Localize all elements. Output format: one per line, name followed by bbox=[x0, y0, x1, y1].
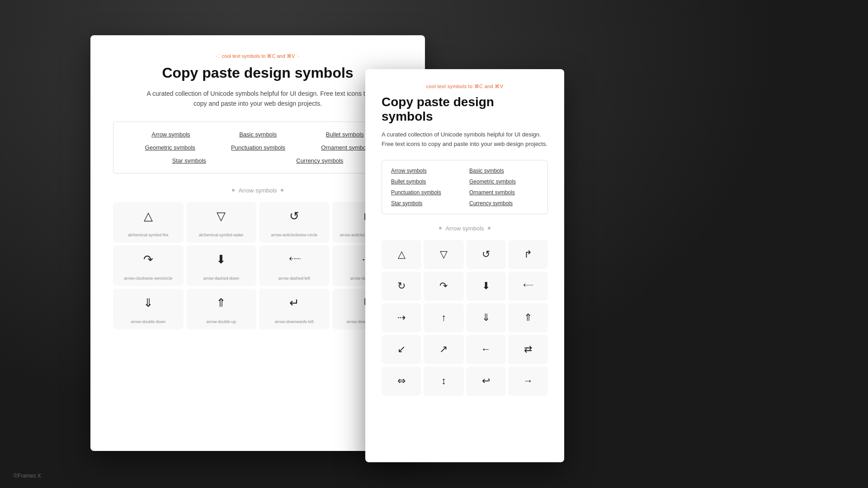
symbol-char-right: ↺ bbox=[482, 249, 490, 260]
symbol-char-right: △ bbox=[398, 249, 406, 260]
card-right: cool text symbols to ⌘C and ⌘V Copy past… bbox=[365, 69, 564, 462]
nav-link-right-arrow[interactable]: Arrow symbols bbox=[391, 168, 460, 174]
tagline-right: cool text symbols to ⌘C and ⌘V bbox=[382, 84, 548, 89]
symbol-cell[interactable]: ⬇ arrow-dashed-down bbox=[186, 245, 257, 286]
nav-link-right-geometric[interactable]: Geometric symbols bbox=[469, 178, 538, 185]
nav-link-right-star[interactable]: Star symbols bbox=[391, 200, 460, 206]
symbol-char-right: ⇓ bbox=[482, 312, 490, 324]
symbol-cell-right[interactable]: ↻ bbox=[382, 272, 421, 301]
section-header-left: Arrow symbols bbox=[113, 187, 402, 194]
symbol-char: ▽ bbox=[217, 209, 226, 223]
symbol-cell-right[interactable]: ↑ bbox=[424, 303, 463, 333]
symbol-name: arrow-dashed-left bbox=[278, 276, 310, 282]
nav-row-2: Geometric symbols Punctuation symbols Or… bbox=[127, 144, 388, 151]
symbol-grid-right: △ ▽ ↺ ↱ ↻ ↷ ⬇ ⬸ ⇢ ↑ ⇓ ⇑ ↙ ↗ ← ⇄ ⇔ ↕ ↩ → bbox=[382, 240, 548, 396]
symbol-cell[interactable]: △ alchemical-symbol-fire bbox=[113, 202, 184, 243]
symbol-cell[interactable]: ▽ alchemical-symbol-water bbox=[186, 202, 257, 243]
symbol-char-right: ⬸ bbox=[523, 280, 533, 292]
nav-link-right-basic[interactable]: Basic symbols bbox=[469, 168, 538, 174]
nav-grid-left: Arrow symbols Basic symbols Bullet symbo… bbox=[113, 122, 402, 174]
symbol-char-right: ← bbox=[481, 343, 491, 355]
section-header-right: Arrow symbols bbox=[382, 225, 548, 232]
symbol-cell-right[interactable]: ↱ bbox=[508, 240, 548, 269]
nav-link-geometric[interactable]: Geometric symbols bbox=[145, 144, 195, 151]
page-desc-right: A curated collection of Unicode symbols … bbox=[382, 130, 548, 149]
nav-grid-right: Arrow symbols Basic symbols Bullet symbo… bbox=[382, 160, 548, 214]
symbol-char: ⬇ bbox=[216, 253, 226, 267]
symbol-grid-left: △ alchemical-symbol-fire ▽ alchemical-sy… bbox=[113, 202, 402, 329]
nav-link-punctuation[interactable]: Punctuation symbols bbox=[231, 144, 285, 151]
symbol-char-right: ⇢ bbox=[397, 312, 406, 324]
symbol-char-right: ↷ bbox=[439, 280, 448, 292]
symbol-cell-right[interactable]: ↷ bbox=[424, 272, 463, 301]
nav-link-arrow[interactable]: Arrow symbols bbox=[151, 131, 190, 138]
nav-link-right-bullet[interactable]: Bullet symbols bbox=[391, 178, 460, 185]
symbol-char-right: ↕ bbox=[441, 375, 446, 387]
symbol-char-right: ↻ bbox=[397, 280, 406, 292]
symbol-cell-right[interactable]: → bbox=[508, 366, 548, 396]
symbol-char-right: ⬇ bbox=[482, 280, 490, 292]
page-title-right: Copy paste design symbols bbox=[382, 95, 548, 124]
symbol-name: arrow-downwards-left bbox=[275, 319, 314, 325]
symbol-char-right: ⇔ bbox=[397, 375, 406, 387]
section-label-left: Arrow symbols bbox=[238, 187, 277, 194]
symbol-cell[interactable]: ↷ arrow-clockwise-semicircle bbox=[113, 245, 184, 286]
footer-brand: ©Frames X bbox=[14, 473, 41, 479]
symbol-cell-right[interactable]: ↙ bbox=[382, 335, 421, 364]
symbol-cell[interactable]: ↵ arrow-downwards-left bbox=[259, 289, 330, 329]
symbol-name: arrow-clockwise-semicircle bbox=[124, 276, 172, 282]
symbol-char-right: ⇄ bbox=[524, 343, 532, 355]
nav-link-bullet[interactable]: Bullet symbols bbox=[326, 131, 364, 138]
symbol-char-right: ↩ bbox=[482, 375, 490, 387]
symbol-cell-right[interactable]: ⇑ bbox=[508, 303, 548, 333]
nav-link-right-punctuation[interactable]: Punctuation symbols bbox=[391, 189, 460, 196]
symbol-cell-right[interactable]: ⬸ bbox=[508, 272, 548, 301]
symbol-char-right: → bbox=[523, 375, 533, 387]
symbol-cell-right[interactable]: ▽ bbox=[424, 240, 463, 269]
symbol-char-right: ↑ bbox=[441, 312, 446, 324]
symbol-cell-right[interactable]: ⇔ bbox=[382, 366, 421, 396]
symbol-char: ↷ bbox=[143, 253, 153, 267]
symbol-name: arrow-dashed-down bbox=[203, 276, 239, 282]
symbol-cell[interactable]: ↺ arrow-anticlockwise-circle bbox=[259, 202, 330, 243]
symbol-cell-right[interactable]: ⬇ bbox=[466, 272, 506, 301]
symbol-name: arrow-double-down bbox=[131, 319, 165, 325]
symbol-cell-right[interactable]: ↩ bbox=[466, 366, 506, 396]
symbol-char-right: ⇑ bbox=[524, 312, 532, 324]
nav-link-star[interactable]: Star symbols bbox=[172, 157, 206, 164]
page-desc-left: A curated collection of Unicode symbols … bbox=[145, 89, 371, 109]
symbol-name: alchemical-symbol-water bbox=[199, 233, 244, 238]
symbol-name: arrow-anticlockwise-circle bbox=[271, 233, 317, 238]
symbol-name: alchemical-symbol-fire bbox=[128, 233, 169, 238]
symbol-cell-right[interactable]: ↺ bbox=[466, 240, 506, 269]
nav-row-1: Arrow symbols Basic symbols Bullet symbo… bbox=[127, 131, 388, 138]
nav-link-basic[interactable]: Basic symbols bbox=[239, 131, 277, 138]
symbol-cell-right[interactable]: ↕ bbox=[424, 366, 463, 396]
nav-link-ornament[interactable]: Ornament symbols bbox=[321, 144, 370, 151]
nav-link-right-currency[interactable]: Currency symbols bbox=[469, 200, 538, 206]
nav-link-currency[interactable]: Currency symbols bbox=[296, 157, 343, 164]
symbol-cell-right[interactable]: ↗ bbox=[424, 335, 463, 364]
symbol-cell[interactable]: ⇓ arrow-double-down bbox=[113, 289, 184, 329]
symbol-char: ⇓ bbox=[143, 296, 153, 310]
symbol-cell-right[interactable]: ← bbox=[466, 335, 506, 364]
page-title-left: Copy paste design symbols bbox=[113, 65, 402, 81]
symbol-char-right: ↱ bbox=[524, 249, 532, 260]
symbol-char: △ bbox=[144, 209, 153, 223]
symbol-cell[interactable]: ⇑ arrow-double-up bbox=[186, 289, 257, 329]
symbol-char-right: ↙ bbox=[397, 343, 406, 355]
symbol-char-right: ▽ bbox=[440, 249, 448, 260]
symbol-cell-right[interactable]: ⇄ bbox=[508, 335, 548, 364]
symbol-char: ↵ bbox=[289, 296, 299, 310]
symbol-char: ↺ bbox=[289, 209, 299, 223]
symbol-cell[interactable]: ⬸ arrow-dashed-left bbox=[259, 245, 330, 286]
tagline-left: ·.˙ cool text symbols to ⌘C and ⌘V ˙· bbox=[113, 53, 402, 59]
symbol-cell-right[interactable]: ⇢ bbox=[382, 303, 421, 333]
symbol-cell-right[interactable]: △ bbox=[382, 240, 421, 269]
nav-link-right-ornament[interactable]: Ornament symbols bbox=[469, 189, 538, 196]
section-label-right: Arrow symbols bbox=[445, 225, 484, 232]
nav-row-3: Star symbols Currency symbols bbox=[127, 157, 388, 164]
symbol-char: ⬸ bbox=[288, 253, 300, 267]
symbol-char: ⇑ bbox=[216, 296, 226, 310]
symbol-cell-right[interactable]: ⇓ bbox=[466, 303, 506, 333]
